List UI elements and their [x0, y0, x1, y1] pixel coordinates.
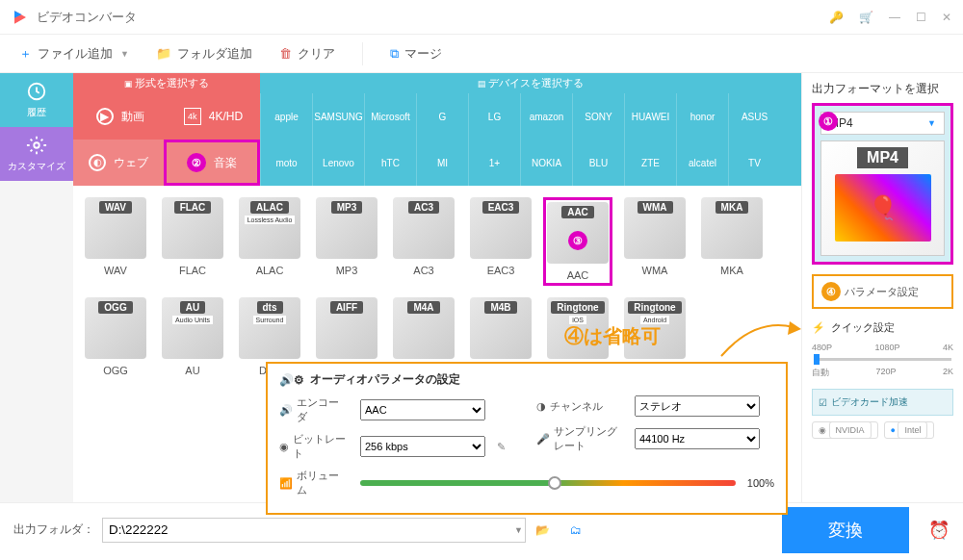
add-file-button[interactable]: ＋ファイル追加▼ [19, 45, 129, 63]
add-folder-button[interactable]: 📁フォルダ追加 [156, 45, 252, 63]
audio-params-title: 🔊⚙ オーディオパラメータの設定 [279, 371, 774, 388]
samplerate-label: 🎤 サンプリングレート [536, 424, 623, 453]
speaker-gear-icon: 🔊⚙ [279, 373, 304, 387]
chevron-down-icon: ▼ [927, 118, 936, 128]
brand-sony[interactable]: SONY [572, 93, 624, 140]
history-icon [26, 81, 47, 102]
resolution-slider[interactable]: 480P 1080P 4K 自動 720P 2K [812, 343, 953, 379]
brand-g[interactable]: G [416, 93, 468, 140]
tab-device[interactable]: ▤ デバイスを選択する [260, 73, 801, 93]
right-panel: 出力フォーマットを選択 ① MP4 ▼ MP4 🎈 ④ パラメータ設定 ⚡クイッ… [801, 73, 963, 502]
intel-badge: ● Intel [884, 421, 935, 439]
quick-settings: ⚡クイック設定 480P 1080P 4K 自動 720P 2K [812, 320, 953, 379]
category-4k[interactable]: 4k4K/HD [167, 93, 260, 140]
encoder-label: 🔊 エンコーダ [279, 395, 349, 424]
step-4-badge: ④ [821, 282, 841, 301]
bolt-icon: ⚡ [812, 321, 825, 334]
step-2-badge: ② [187, 153, 206, 172]
brand-nokia[interactable]: NOKIA [520, 140, 572, 186]
audio-params-panel: 🔊⚙ オーディオパラメータの設定 🔊 エンコーダ AAC ◉ ビットレート 25… [266, 362, 788, 515]
brand-alcatel[interactable]: alcatel [676, 140, 728, 186]
brand-zte[interactable]: ZTE [624, 140, 676, 186]
format-alac[interactable]: ALACLossless AudioALAC [235, 197, 304, 286]
param-settings-button[interactable]: ④ パラメータ設定 [812, 274, 953, 309]
format-thumbnail: MP4 🎈 [820, 140, 945, 256]
output-format-title: 出力フォーマットを選択 [812, 81, 953, 97]
brand-microsoft[interactable]: Microsoft [364, 93, 416, 140]
alarm-icon[interactable]: ⏰ [928, 520, 950, 541]
encoder-select[interactable]: AAC [360, 399, 485, 420]
sidebar: 履歴 カスタマイズ [0, 73, 73, 502]
format-eac3[interactable]: EAC3EAC3 [466, 197, 535, 286]
brand-apple[interactable]: apple [260, 93, 312, 140]
format-selector[interactable]: MP4 ▼ [820, 112, 945, 135]
format-au[interactable]: AUAudio UnitsAU [158, 297, 227, 376]
sidebar-item-history[interactable]: 履歴 [0, 73, 73, 127]
brand-1+[interactable]: 1+ [468, 140, 520, 186]
step-1-badge: ① [819, 112, 838, 131]
brand-mi[interactable]: MI [416, 140, 468, 186]
brand-moto[interactable]: moto [260, 140, 312, 186]
titlebar: ビデオコンバータ 🔑 🛒 — ☐ ✕ [0, 0, 963, 35]
clear-button[interactable]: 🗑クリア [279, 45, 335, 63]
merge-button[interactable]: ⧉マージ [390, 45, 442, 63]
format-mka[interactable]: MKAMKA [697, 197, 767, 286]
tab-format[interactable]: ▣ 形式を選択する [73, 73, 260, 93]
format-preview: ① MP4 ▼ MP4 🎈 [812, 103, 953, 265]
channel-label: ◑ チャンネル [536, 399, 623, 414]
volume-label: 📶 ボリューム [279, 469, 349, 497]
app-title: ビデオコンバータ [37, 9, 829, 26]
brand-huawei[interactable]: HUAWEI [624, 93, 676, 140]
maximize-button[interactable]: ☐ [916, 11, 926, 24]
app-logo-icon [12, 9, 29, 26]
brand-blu[interactable]: BLU [572, 140, 624, 186]
format-flac[interactable]: FLACFLAC [158, 197, 227, 286]
convert-button[interactable]: 変換 [782, 507, 909, 553]
toolbar: ＋ファイル追加▼ 📁フォルダ追加 🗑クリア ⧉マージ [0, 35, 963, 73]
brand-honor[interactable]: honor [676, 93, 728, 140]
format-mp3[interactable]: MP3MP3 [312, 197, 381, 286]
brand-htc[interactable]: hTC [364, 140, 416, 186]
nvidia-badge: ◉ NVIDIA [812, 421, 878, 439]
category-web[interactable]: ◐ウェブ [73, 140, 164, 186]
gpu-acceleration-toggle[interactable]: ☑ ビデオカード加速 [812, 389, 953, 416]
brand-tv[interactable]: TV [728, 140, 780, 186]
volume-value: 100% [747, 477, 774, 489]
brand-lg[interactable]: LG [468, 93, 520, 140]
channel-select[interactable]: ステレオ [635, 395, 760, 417]
gpu-badges: ◉ NVIDIA ● Intel [812, 421, 953, 439]
category-music[interactable]: ② 音楽 [164, 140, 260, 186]
checkbox-icon: ☑ [819, 397, 827, 408]
brand-asus[interactable]: ASUS [728, 93, 780, 140]
brand-samsung[interactable]: SAMSUNG [312, 93, 364, 140]
cart-icon[interactable]: 🛒 [859, 11, 873, 24]
format-wav[interactable]: WAVWAV [81, 197, 150, 286]
format-ac3[interactable]: AC3AC3 [389, 197, 458, 286]
format-ogg[interactable]: OGGOGG [81, 297, 150, 376]
svg-point-3 [34, 142, 39, 148]
gear-icon [26, 135, 47, 156]
open-folder-button[interactable]: 📂 [531, 518, 556, 543]
step-3-badge: ③ [568, 231, 587, 250]
samplerate-select[interactable]: 44100 Hz [635, 428, 760, 449]
minimize-button[interactable]: — [889, 11, 900, 24]
edit-bitrate-icon[interactable]: ✎ [497, 441, 506, 453]
output-folder-input[interactable] [102, 518, 526, 543]
category-video[interactable]: ▶動画 [73, 93, 167, 140]
brand-lenovo[interactable]: Lenovo [312, 140, 364, 186]
annotation-4-optional: ④は省略可 [564, 323, 661, 349]
key-icon[interactable]: 🔑 [829, 11, 844, 24]
brand-amazon[interactable]: amazon [520, 93, 572, 140]
left-panel: ▣ 形式を選択する ▶動画 4k4K/HD ◐ウェブ ② 音楽 ▤ デバイス [73, 73, 801, 502]
browse-folder-button[interactable]: 🗂 [563, 518, 588, 543]
format-aac[interactable]: AAC③AAC [543, 197, 612, 286]
brand-grid: appleSAMSUNGMicrosoftGLGamazonSONYHUAWEI… [260, 93, 801, 186]
output-folder-label: 出力フォルダ： [13, 522, 94, 538]
sidebar-item-customize[interactable]: カスタマイズ [0, 127, 73, 181]
close-button[interactable]: ✕ [942, 11, 951, 24]
volume-slider[interactable] [360, 480, 736, 486]
format-grid: WAVWAVFLACFLACALACLossless AudioALACMP3M… [73, 186, 801, 388]
bitrate-select[interactable]: 256 kbps [360, 436, 485, 457]
format-wma[interactable]: WMAWMA [620, 197, 690, 286]
bitrate-label: ◉ ビットレート [279, 432, 349, 461]
